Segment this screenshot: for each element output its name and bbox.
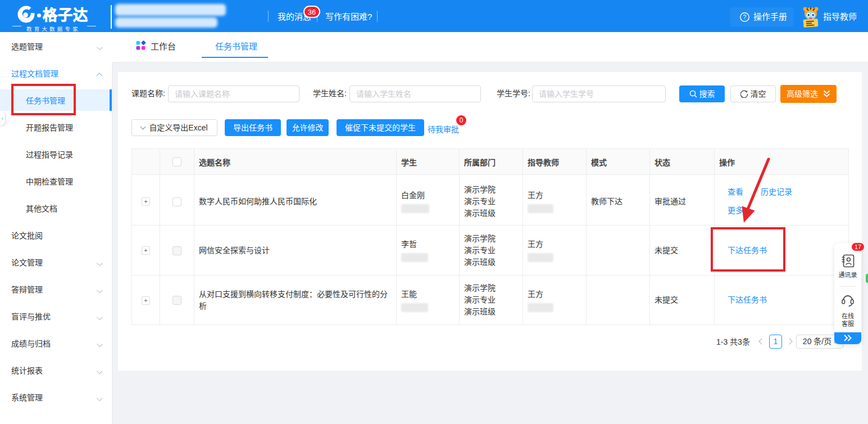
svg-text:?: ?	[743, 13, 747, 20]
